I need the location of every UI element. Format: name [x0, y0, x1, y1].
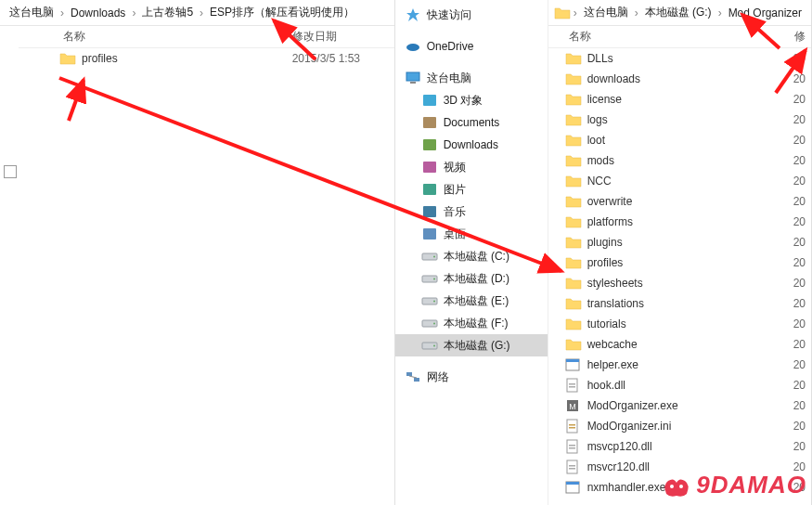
watermark-text: 9DAMAO	[696, 471, 806, 499]
sidebar-item-label: 桌面	[444, 227, 466, 242]
file-row[interactable]: platforms20	[548, 212, 811, 232]
svg-rect-25	[567, 379, 577, 392]
file-row[interactable]: NCC20	[548, 171, 811, 191]
folder-icon	[59, 51, 76, 66]
file-row[interactable]: msvcp120.dll20	[548, 436, 811, 457]
file-row[interactable]: tutorials20	[548, 314, 811, 334]
chevron-right-icon: ›	[131, 6, 136, 19]
file-size: 20	[785, 297, 811, 310]
svg-rect-27	[569, 386, 575, 388]
dll-icon	[565, 460, 582, 474]
file-row[interactable]: profiles20	[548, 252, 811, 273]
pc-icon	[405, 70, 421, 86]
sidebar-item[interactable]: 本地磁盘 (D:)	[395, 267, 548, 290]
right-column-headers[interactable]: 名称 修	[548, 26, 811, 48]
breadcrumb-segment[interactable]: Downloads	[67, 5, 129, 21]
breadcrumb-segment[interactable]: 上古卷轴5	[138, 3, 197, 22]
sidebar-item[interactable]: 视频	[395, 156, 548, 178]
watermark: 9DAMAO	[661, 471, 806, 499]
svg-rect-6	[423, 162, 436, 173]
left-column-headers[interactable]: 名称 修改日期	[19, 26, 394, 48]
col-header-date[interactable]: 修改日期	[292, 29, 394, 45]
folder-icon	[565, 51, 582, 66]
file-row[interactable]: profiles2015/3/5 1:53	[19, 48, 394, 69]
row-checkbox[interactable]	[4, 165, 17, 178]
left-file-list[interactable]: profiles2015/3/5 1:53	[19, 48, 394, 505]
sidebar-item[interactable]: 本地磁盘 (C:)	[395, 245, 548, 267]
svg-rect-20	[406, 372, 412, 376]
file-row[interactable]: license20	[548, 89, 811, 110]
file-name: license	[587, 93, 785, 106]
sidebar-item[interactable]: Downloads	[395, 134, 548, 156]
sidebar-item[interactable]: OneDrive	[395, 35, 548, 58]
sidebar-item-label: 本地磁盘 (E:)	[444, 293, 509, 309]
folder-icon	[565, 317, 582, 331]
file-size: 20	[785, 93, 811, 106]
folder-icon	[565, 235, 582, 250]
sidebar-item[interactable]: 3D 对象	[395, 89, 548, 111]
left-breadcrumb[interactable]: 这台电脑›Downloads›上古卷轴5›ESP排序（解压看说明使用）	[0, 0, 394, 26]
file-name: hook.dll	[587, 379, 785, 392]
file-row[interactable]: loot20	[548, 130, 811, 150]
file-size: 20	[785, 440, 811, 453]
sidebar-item-label: OneDrive	[427, 40, 474, 53]
svg-rect-34	[569, 445, 575, 447]
svg-rect-9	[423, 228, 436, 240]
file-row[interactable]: DLLs20	[548, 48, 811, 69]
sidebar-item-label: 本地磁盘 (F:)	[444, 316, 509, 331]
file-row[interactable]: downloads20	[548, 69, 811, 89]
file-name: logs	[587, 113, 785, 126]
breadcrumb-segment[interactable]: 这台电脑	[6, 3, 58, 22]
file-row[interactable]: ModOrganizer.ini20	[548, 416, 811, 436]
breadcrumb-segment[interactable]: 这台电脑	[580, 3, 632, 22]
svg-rect-36	[567, 460, 577, 473]
right-breadcrumb[interactable]: ›这台电脑›本地磁盘 (G:)›Mod Organizer	[548, 0, 811, 26]
file-name: mods	[587, 154, 785, 167]
svg-rect-35	[569, 447, 575, 449]
right-file-list[interactable]: DLLs20downloads20license20logs20loot20mo…	[548, 48, 811, 505]
docs-icon	[421, 114, 438, 131]
svg-rect-1	[406, 72, 419, 81]
file-row[interactable]: overwrite20	[548, 191, 811, 212]
col-header-size[interactable]: 修	[785, 29, 811, 45]
svg-rect-38	[569, 468, 575, 470]
drive-icon	[421, 337, 438, 354]
drive-icon	[421, 292, 438, 309]
sidebar-item[interactable]: 本地磁盘 (G:)	[395, 334, 548, 356]
file-row[interactable]: mods20	[548, 150, 811, 171]
file-row[interactable]: logs20	[548, 110, 811, 130]
svg-line-22	[409, 376, 417, 378]
svg-rect-40	[566, 482, 579, 485]
svg-rect-4	[423, 117, 436, 128]
file-row[interactable]: plugins20	[548, 232, 811, 252]
file-name: plugins	[587, 236, 785, 249]
file-row[interactable]: helper.exe20	[548, 355, 811, 375]
sidebar-item[interactable]: 这台电脑	[395, 67, 548, 89]
sidebar-item[interactable]: Documents	[395, 111, 548, 134]
sidebar-item[interactable]: 本地磁盘 (F:)	[395, 312, 548, 334]
sidebar-item[interactable]: 快速访问	[395, 4, 548, 26]
nav-sidebar[interactable]: 快速访问OneDrive这台电脑3D 对象DocumentsDownloads视…	[395, 0, 548, 505]
folder-icon	[554, 5, 571, 21]
sidebar-item[interactable]: 图片	[395, 178, 548, 201]
sidebar-item[interactable]: 音乐	[395, 201, 548, 223]
sidebar-item[interactable]: 网络	[395, 366, 548, 388]
file-row[interactable]: hook.dll20	[548, 375, 811, 395]
file-row[interactable]: webcache20	[548, 334, 811, 355]
col-header-name[interactable]: 名称	[565, 29, 785, 45]
right-explorer-pane: 快速访问OneDrive这台电脑3D 对象DocumentsDownloads视…	[395, 0, 812, 505]
chevron-right-icon: ›	[573, 6, 578, 19]
folder-icon	[565, 133, 582, 148]
sidebar-item[interactable]: 桌面	[395, 223, 548, 245]
breadcrumb-segment[interactable]: Mod Organizer	[725, 5, 806, 21]
breadcrumb-segment[interactable]: 本地磁盘 (G:)	[641, 3, 715, 22]
sidebar-item[interactable]: 本地磁盘 (E:)	[395, 290, 548, 312]
file-row[interactable]: stylesheets20	[548, 273, 811, 293]
folder-icon	[565, 214, 582, 229]
pictures-icon	[421, 181, 438, 198]
file-row[interactable]: MModOrganizer.exe20	[548, 395, 811, 416]
breadcrumb-segment[interactable]: ESP排序（解压看说明使用）	[206, 3, 358, 22]
file-name: profiles	[82, 52, 292, 65]
file-row[interactable]: translations20	[548, 293, 811, 314]
col-header-name[interactable]: 名称	[59, 29, 292, 45]
